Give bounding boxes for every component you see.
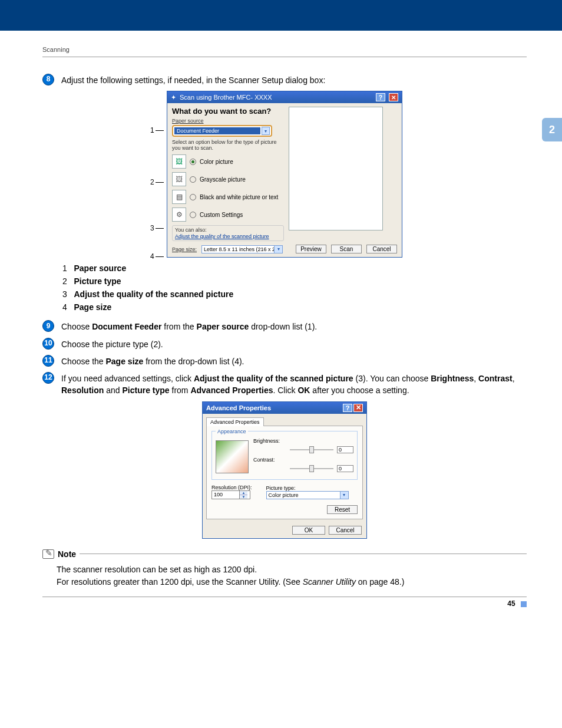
callout-4: 4 <box>150 252 154 261</box>
option-custom[interactable]: ⚙ Custom Settings <box>172 207 284 222</box>
step-9: 9 Choose Document Feeder from the Paper … <box>42 320 527 332</box>
option-label: Custom Settings <box>200 212 243 218</box>
cancel-button[interactable]: Cancel <box>366 245 397 253</box>
page-size-label: Page size: <box>172 246 197 252</box>
dialog-title: Advanced Properties <box>206 404 271 411</box>
legend-label: Paper source <box>74 263 126 273</box>
ok-button[interactable]: OK <box>292 526 325 535</box>
advanced-properties-dialog: Advanced Properties ? ✕ Advanced Propert… <box>202 401 367 539</box>
radio-icon <box>190 212 196 218</box>
preview-thumbnail <box>216 440 249 473</box>
picture-type-label: Picture type: <box>266 485 358 491</box>
running-header: Scanning <box>42 46 527 53</box>
divider <box>42 57 527 57</box>
brightness-value[interactable]: 0 <box>337 446 353 453</box>
dialog-titlebar: ✦ Scan using Brother MFC- XXXX ? ✕ <box>167 91 402 103</box>
reset-button[interactable]: Reset <box>327 505 358 514</box>
custom-settings-icon: ⚙ <box>172 207 186 222</box>
contrast-slider[interactable] <box>290 465 333 472</box>
chapter-tab: 2 <box>542 118 562 141</box>
help-button[interactable]: ? <box>343 404 352 412</box>
radio-icon <box>190 159 196 165</box>
note-line-1: The scanner resolution can be set as hig… <box>57 564 527 576</box>
step-number-badge: 10 <box>42 338 54 350</box>
color-picture-icon: 🖼 <box>172 154 186 169</box>
preview-button[interactable]: Preview <box>296 245 326 253</box>
step-text: Adjust the following settings, if needed… <box>61 74 527 86</box>
note-body: The scanner resolution can be set as hig… <box>57 564 527 588</box>
legend-label: Page size <box>74 302 111 312</box>
callout-3: 3 <box>150 224 154 232</box>
scanner-setup-figure: 1 2 3 4 ✦ Scan using Brother MFC- XXXX ?… <box>42 91 527 258</box>
cancel-button[interactable]: Cancel <box>329 526 362 535</box>
note-title: Note <box>58 549 76 559</box>
page-number: 45 <box>507 599 515 608</box>
legend-num: 3 <box>62 289 67 299</box>
step-10: 10 Choose the picture type (2). <box>42 338 527 350</box>
scan-button[interactable]: Scan <box>331 245 362 253</box>
step-text: If you need advanced settings, click Adj… <box>61 372 527 397</box>
contrast-value[interactable]: 0 <box>337 465 353 472</box>
tab-advanced-properties[interactable]: Advanced Properties <box>206 417 264 426</box>
note-icon <box>42 549 54 559</box>
brightness-label: Brightness: <box>253 438 286 444</box>
legend-label: Picture type <box>74 276 121 286</box>
adjust-quality-link[interactable]: Adjust the quality of the scanned pictur… <box>175 233 269 239</box>
preview-area <box>289 107 383 230</box>
picture-type-select[interactable]: Color picture ▾ <box>266 491 349 499</box>
step-number-badge: 9 <box>42 320 54 332</box>
paper-source-label: Paper source <box>172 118 284 124</box>
chevron-down-icon: ▾ <box>340 492 348 499</box>
appearance-group: Appearance Brightness: 0 <box>211 431 358 480</box>
dialog-titlebar: Advanced Properties ? ✕ <box>203 402 366 414</box>
footer-mark-icon <box>521 601 527 607</box>
step-text: Choose the picture type (2). <box>61 338 527 350</box>
callout-2: 2 <box>150 178 154 186</box>
appearance-label: Appearance <box>216 429 248 434</box>
option-label: Color picture <box>200 159 233 165</box>
select-prompt: Select an option below for the type of p… <box>172 139 284 151</box>
callout-column: 1 2 3 4 <box>150 124 164 263</box>
option-label: Black and white picture or text <box>200 194 278 200</box>
step-8: 8 Adjust the following settings, if need… <box>42 74 527 86</box>
step-11: 11 Choose the Page size from the drop-do… <box>42 355 527 367</box>
option-grayscale[interactable]: 🖼 Grayscale picture <box>172 172 284 186</box>
you-can-also-label: You can also: <box>175 227 281 233</box>
figure-legend: 1 Paper source 2 Picture type 3 Adjust t… <box>62 263 527 312</box>
page-size-value: Letter 8.5 x 11 inches (216 x 279 <box>202 246 274 253</box>
resolution-value[interactable] <box>212 491 239 499</box>
note-header: Note <box>42 549 527 559</box>
radio-icon <box>190 176 196 183</box>
chevron-down-icon[interactable]: ▼ <box>240 495 247 499</box>
option-label: Grayscale picture <box>200 176 246 183</box>
step-text: Choose Document Feeder from the Paper so… <box>61 320 527 332</box>
resolution-label: Resolution (DPI): <box>211 485 252 490</box>
chevron-down-icon: ▾ <box>274 246 282 253</box>
option-bw[interactable]: ▤ Black and white picture or text <box>172 190 284 204</box>
callout-1: 1 <box>150 126 154 134</box>
top-banner <box>0 0 562 31</box>
paper-source-value: Document Feeder <box>174 127 260 134</box>
contrast-label: Contrast: <box>253 457 286 463</box>
grayscale-picture-icon: 🖼 <box>172 172 186 186</box>
page-footer: 45 <box>42 599 527 608</box>
legend-num: 1 <box>62 263 67 273</box>
dialog-title: Scan using Brother MFC- XXXX <box>180 94 272 101</box>
close-button[interactable]: ✕ <box>353 404 363 412</box>
radio-icon <box>190 194 196 200</box>
brightness-slider[interactable] <box>290 446 333 453</box>
chevron-up-icon[interactable]: ▲ <box>240 491 247 495</box>
close-button[interactable]: ✕ <box>389 93 398 101</box>
step-12: 12 If you need advanced settings, click … <box>42 372 527 397</box>
page-size-select[interactable]: Letter 8.5 x 11 inches (216 x 279 ▾ <box>201 245 283 253</box>
legend-num: 4 <box>62 302 67 312</box>
wizard-icon: ✦ <box>171 94 176 101</box>
advanced-properties-figure: Advanced Properties ? ✕ Advanced Propert… <box>42 401 527 539</box>
option-color[interactable]: 🖼 Color picture <box>172 154 284 169</box>
paper-source-select[interactable]: Document Feeder ▾ <box>172 125 272 137</box>
legend-num: 2 <box>62 276 67 286</box>
scanner-setup-dialog: ✦ Scan using Brother MFC- XXXX ? ✕ What … <box>167 91 402 258</box>
resolution-spinner[interactable]: ▲▼ <box>211 490 250 499</box>
help-button[interactable]: ? <box>376 93 385 101</box>
step-number-badge: 12 <box>42 372 54 384</box>
